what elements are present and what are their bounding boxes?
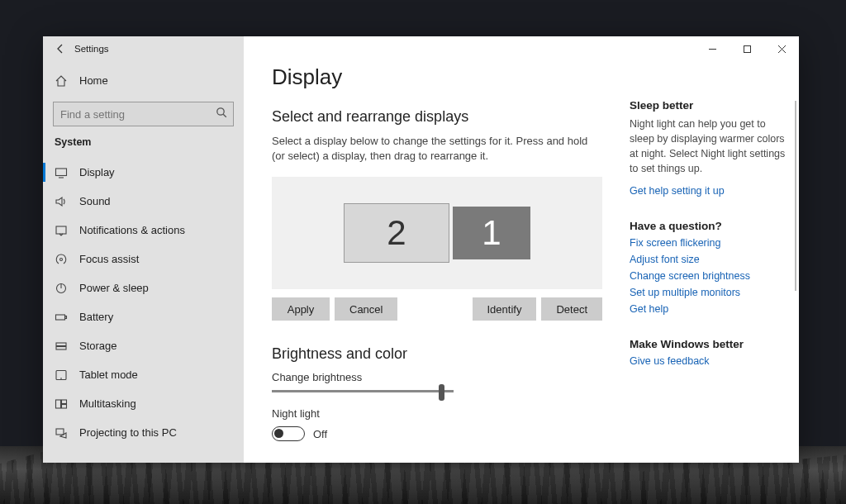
svg-rect-15 bbox=[56, 346, 66, 349]
identify-button[interactable]: Identify bbox=[473, 297, 537, 321]
svg-rect-1 bbox=[744, 45, 750, 52]
monitor-1[interactable]: 1 bbox=[453, 207, 530, 259]
svg-point-4 bbox=[217, 108, 224, 115]
settings-window: Settings Home System Display Sound bbox=[43, 36, 799, 463]
nightlight-label: Night light bbox=[272, 407, 613, 420]
close-button[interactable] bbox=[764, 36, 799, 61]
feedback-link[interactable]: Give us feedback bbox=[630, 355, 789, 367]
svg-line-5 bbox=[223, 114, 226, 117]
svg-rect-19 bbox=[62, 400, 67, 404]
question-title: Have a question? bbox=[630, 220, 789, 232]
storage-icon bbox=[55, 340, 68, 353]
svg-rect-12 bbox=[56, 315, 65, 320]
nav-label: Battery bbox=[79, 311, 113, 323]
nav-item-notifications[interactable]: Notifications & actions bbox=[43, 216, 244, 245]
nav-item-multitasking[interactable]: Multitasking bbox=[43, 389, 244, 418]
display-button-row: Apply Cancel Identify Detect bbox=[272, 297, 602, 321]
app-title: Settings bbox=[74, 44, 109, 54]
nav-label: Sound bbox=[79, 195, 111, 207]
brightness-slider[interactable] bbox=[272, 390, 454, 392]
home-button[interactable]: Home bbox=[43, 66, 244, 95]
subhead-displays: Select and rearrange displays bbox=[272, 108, 613, 126]
home-icon bbox=[55, 74, 68, 88]
search-container bbox=[43, 95, 244, 130]
page-title: Display bbox=[272, 64, 613, 90]
svg-rect-21 bbox=[56, 429, 64, 435]
brightness-thumb[interactable] bbox=[439, 384, 444, 401]
help-link-gethelp[interactable]: Get help bbox=[630, 303, 789, 315]
main: Display Select and rearrange displays Se… bbox=[244, 36, 799, 463]
toggle-knob bbox=[274, 429, 283, 438]
nav: Display Sound Notifications & actions Fo… bbox=[43, 158, 244, 447]
detect-button[interactable]: Detect bbox=[541, 297, 602, 321]
nightlight-row: Off bbox=[272, 426, 613, 441]
nav-label: Tablet mode bbox=[79, 368, 138, 381]
maximize-button[interactable] bbox=[730, 36, 764, 61]
nav-label: Notifications & actions bbox=[79, 224, 185, 236]
display-icon bbox=[55, 166, 68, 179]
tablet-icon bbox=[55, 368, 68, 382]
titlebar: Settings bbox=[43, 36, 244, 61]
apply-button[interactable]: Apply bbox=[272, 297, 330, 321]
battery-icon bbox=[55, 311, 68, 324]
display-arrangement-box[interactable]: 2 1 bbox=[272, 177, 602, 289]
window-controls bbox=[695, 36, 799, 61]
projecting-icon bbox=[55, 426, 68, 440]
help-link-brightness[interactable]: Change screen brightness bbox=[630, 270, 789, 282]
focus-icon bbox=[55, 253, 68, 266]
nav-item-display[interactable]: Display bbox=[43, 158, 244, 187]
sleep-better-link[interactable]: Get help setting it up bbox=[630, 185, 789, 197]
svg-point-9 bbox=[60, 258, 63, 260]
right-pane: Sleep better Night light can help you ge… bbox=[630, 36, 799, 463]
nav-item-battery[interactable]: Battery bbox=[43, 302, 244, 331]
help-link-fontsize[interactable]: Adjust font size bbox=[630, 254, 789, 265]
sleep-better-block: Sleep better Night light can help you ge… bbox=[630, 99, 789, 197]
svg-rect-20 bbox=[62, 404, 67, 408]
home-label: Home bbox=[79, 74, 108, 87]
brightness-label: Change brightness bbox=[272, 371, 613, 383]
scroll-indicator[interactable] bbox=[795, 101, 796, 291]
displays-description: Select a display below to change the set… bbox=[272, 134, 602, 164]
nav-label: Storage bbox=[79, 340, 117, 352]
sleep-better-title: Sleep better bbox=[630, 99, 789, 112]
cancel-button[interactable]: Cancel bbox=[335, 297, 397, 321]
help-link-multimon[interactable]: Set up multiple monitors bbox=[630, 287, 789, 298]
svg-rect-8 bbox=[56, 226, 66, 234]
sidebar: Settings Home System Display Sound bbox=[43, 36, 244, 463]
question-block: Have a question? Fix screen flickering A… bbox=[630, 220, 789, 315]
better-title: Make Windows better bbox=[630, 338, 789, 350]
search-icon bbox=[216, 107, 227, 121]
nav-item-storage[interactable]: Storage bbox=[43, 331, 244, 360]
help-link-flickering[interactable]: Fix screen flickering bbox=[630, 237, 789, 249]
nav-item-focus-assist[interactable]: Focus assist bbox=[43, 245, 244, 273]
minimize-button[interactable] bbox=[695, 36, 730, 61]
nav-label: Projecting to this PC bbox=[79, 426, 177, 439]
nav-label: Display bbox=[79, 166, 115, 178]
svg-rect-14 bbox=[56, 343, 66, 346]
svg-rect-13 bbox=[65, 316, 67, 318]
nav-label: Multitasking bbox=[79, 397, 136, 410]
subhead-brightness: Brightness and color bbox=[272, 345, 613, 363]
sound-icon bbox=[55, 195, 68, 208]
section-label: System bbox=[43, 130, 244, 156]
power-icon bbox=[55, 282, 68, 295]
nav-item-projecting[interactable]: Projecting to this PC bbox=[43, 418, 244, 447]
svg-rect-18 bbox=[56, 400, 61, 408]
nav-label: Focus assist bbox=[79, 253, 139, 265]
nightlight-state: Off bbox=[313, 428, 327, 440]
search-input[interactable] bbox=[53, 102, 234, 126]
nightlight-toggle[interactable] bbox=[272, 426, 305, 441]
notifications-icon bbox=[55, 224, 68, 237]
better-block: Make Windows better Give us feedback bbox=[630, 338, 789, 367]
sleep-better-body: Night light can help you get to sleep by… bbox=[630, 116, 789, 177]
nav-item-power[interactable]: Power & sleep bbox=[43, 273, 244, 302]
nav-item-tablet[interactable]: Tablet mode bbox=[43, 360, 244, 389]
monitor-2[interactable]: 2 bbox=[344, 203, 449, 263]
nav-item-sound[interactable]: Sound bbox=[43, 187, 244, 216]
content: Display Select and rearrange displays Se… bbox=[244, 36, 630, 463]
back-button[interactable] bbox=[48, 36, 73, 61]
nav-label: Power & sleep bbox=[79, 282, 149, 294]
multitasking-icon bbox=[55, 397, 68, 411]
spacer bbox=[402, 297, 467, 321]
svg-rect-6 bbox=[56, 169, 67, 176]
